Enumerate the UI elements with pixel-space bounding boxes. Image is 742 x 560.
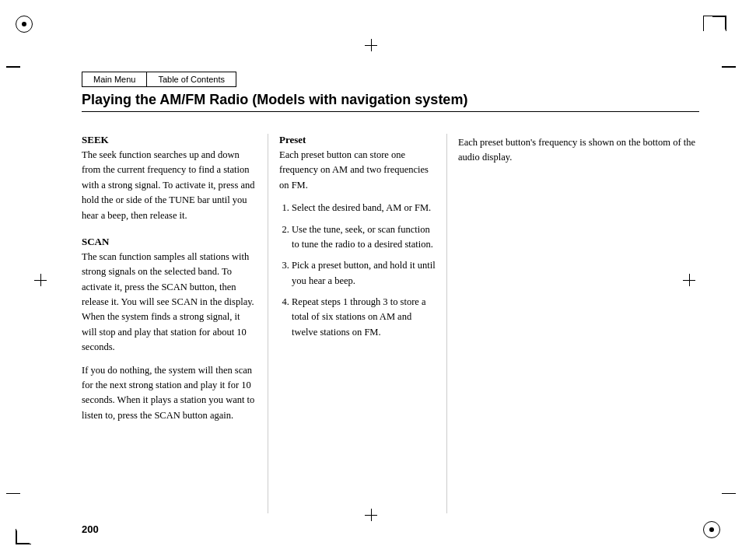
side-mark-right-bottom [722,493,736,495]
nav-buttons: Main Menu Table of Contents [82,72,236,87]
column-3: Each preset button's frequency is shown … [447,134,699,513]
col3-body: Each preset button's frequency is shown … [458,135,699,166]
step-2: Use the tune, seek, or scan function to … [292,222,436,253]
page-title: Playing the AM/FM Radio (Models with nav… [82,92,699,112]
corner-mark-bottom-right [703,521,726,544]
crosshair-top-center [365,39,377,51]
column-2: Preset Each preset button can store one … [268,134,447,513]
scan-section: SCAN The scan function samples all stati… [82,236,257,423]
preset-title: Preset [279,134,306,145]
step-4: Repeat steps 1 through 3 to store a tota… [292,295,436,340]
side-mark-right-top [722,66,736,68]
side-mark-left-bottom [6,493,20,495]
scan-title: SCAN [82,236,109,247]
side-mark-left-top [6,66,20,68]
seek-title: SEEK [82,134,109,145]
scan-body2: If you do nothing, the system will then … [82,363,257,424]
seek-body: The seek function searches up and down f… [82,148,257,223]
page: Main Menu Table of Contents Playing the … [0,0,742,560]
toc-button[interactable]: Table of Contents [146,72,236,87]
seek-section: SEEK The seek function searches up and d… [82,134,257,223]
crosshair-left-middle [34,274,47,286]
title-area: Playing the AM/FM Radio (Models with nav… [82,92,699,123]
step-3: Pick a preset button, and hold it until … [292,258,436,289]
bracket-bottom-left [16,526,34,544]
step-1: Select the desired band, AM or FM. [292,201,436,215]
column-1: SEEK The seek function searches up and d… [82,134,268,513]
preset-body: Each preset button can store one frequen… [279,148,436,193]
main-menu-button[interactable]: Main Menu [82,72,146,87]
preset-section: Preset Each preset button can store one … [279,134,436,340]
corner-mark-top-left [16,16,39,39]
preset-steps-list: Select the desired band, AM or FM. Use t… [279,201,436,340]
page-number: 200 [82,523,99,535]
scan-body1: The scan function samples all stations w… [82,250,257,355]
content-area: SEEK The seek function searches up and d… [82,134,699,513]
bracket-top-right [708,16,726,34]
